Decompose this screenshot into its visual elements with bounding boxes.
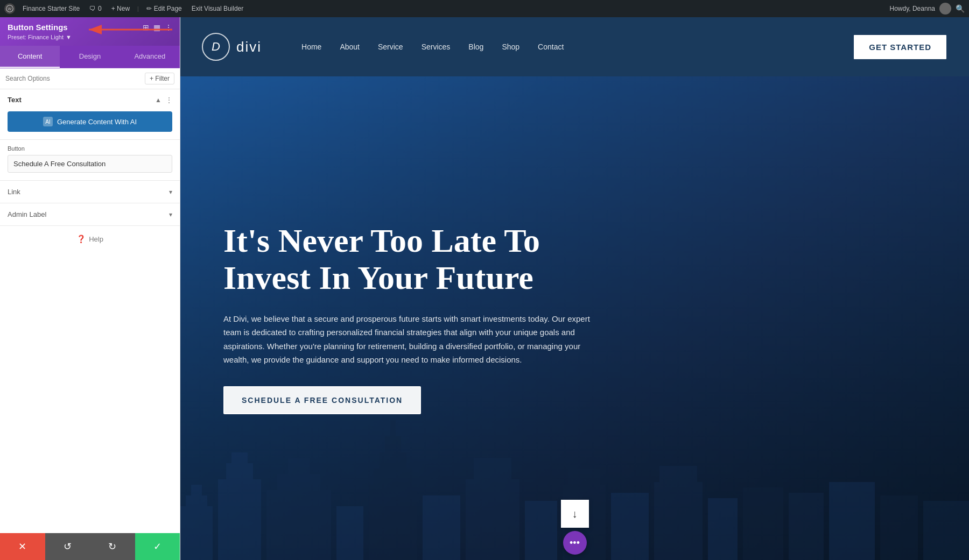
button-field-label: Button [8, 145, 172, 152]
site-name-link[interactable]: Finance Starter Site [20, 5, 82, 12]
separator: | [137, 6, 139, 12]
admin-search-icon[interactable]: 🔍 [956, 4, 965, 13]
panel-header: Button Settings ⊞ ▦ ⋮ Preset: Finance Li… [0, 17, 180, 46]
help-icon: ❓ [76, 235, 86, 243]
logo-name: divi [236, 39, 262, 55]
link-section-header[interactable]: Link ▾ [0, 181, 180, 203]
comments-link[interactable]: 🗨 0 [87, 5, 104, 12]
admin-label-section-title: Admin Label [8, 210, 46, 218]
main-content: D divi Home About Service Services Blog … [180, 17, 969, 560]
exit-builder-link[interactable]: Exit Visual Builder [189, 5, 246, 12]
scroll-down-area: ↓ [561, 500, 589, 528]
howdy-text: Howdy, Deanna [890, 5, 936, 12]
floating-dots-area: ••• [563, 531, 587, 555]
admin-label-chevron[interactable]: ▾ [169, 211, 172, 218]
edit-page-link[interactable]: ✏ Edit Page [144, 5, 184, 12]
site-nav: Home About Service Services Blog Shop Co… [294, 38, 853, 55]
save-button[interactable]: ✓ [135, 533, 180, 560]
floating-dots-button[interactable]: ••• [563, 531, 587, 555]
text-section-more-icon[interactable]: ⋮ [166, 96, 172, 104]
new-link[interactable]: + New [109, 5, 132, 12]
nav-blog[interactable]: Blog [461, 38, 491, 55]
hero-content: It's Never Too Late To Invest In Your Fu… [180, 76, 665, 560]
hero-cta-button[interactable]: SCHEDULE A FREE CONSULTATION [223, 386, 421, 414]
svg-rect-32 [880, 495, 918, 560]
panel-header-icons: ⊞ ▦ ⋮ [143, 23, 172, 32]
svg-rect-29 [743, 487, 783, 560]
admin-label-section-header[interactable]: Admin Label ▾ [0, 203, 180, 225]
text-section-header[interactable]: Text ▲ ⋮ [0, 89, 180, 110]
site-header: D divi Home About Service Services Blog … [180, 17, 969, 76]
search-bar: + Filter [0, 68, 180, 89]
settings-panel: Button Settings ⊞ ▦ ⋮ Preset: Finance Li… [0, 17, 180, 560]
grid-icon[interactable]: ▦ [153, 23, 160, 32]
svg-rect-27 [659, 466, 697, 482]
bottom-bar: ✕ ↺ ↻ ✓ [0, 533, 180, 560]
link-section: Link ▾ [0, 181, 180, 203]
search-input[interactable] [5, 75, 142, 82]
fullscreen-icon[interactable]: ⊞ [143, 23, 149, 32]
link-section-chevron[interactable]: ▾ [169, 188, 172, 196]
nav-about[interactable]: About [332, 38, 367, 55]
tab-advanced[interactable]: Advanced [120, 46, 180, 68]
generate-ai-button[interactable]: AI Generate Content With AI [8, 111, 172, 132]
admin-label-section: Admin Label ▾ [0, 203, 180, 226]
admin-bar: W Finance Starter Site 🗨 0 + New | ✏ Edi… [0, 0, 969, 17]
panel-content: Text ▲ ⋮ AI Generate Content With AI But… [0, 89, 180, 533]
svg-rect-31 [829, 482, 875, 560]
admin-bar-right: Howdy, Deanna 🔍 [890, 3, 965, 15]
cancel-button[interactable]: ✕ [0, 533, 45, 560]
nav-shop[interactable]: Shop [494, 38, 527, 55]
button-text-input[interactable] [8, 155, 172, 173]
redo-button[interactable]: ↻ [90, 533, 135, 560]
text-section: Text ▲ ⋮ AI Generate Content With AI [0, 89, 180, 140]
get-started-button[interactable]: GET STARTED [853, 34, 947, 60]
scroll-down-button[interactable]: ↓ [561, 500, 589, 528]
nav-contact[interactable]: Contact [530, 38, 571, 55]
svg-rect-33 [923, 501, 969, 560]
user-avatar[interactable] [939, 3, 951, 15]
nav-service[interactable]: Service [370, 38, 411, 55]
svg-rect-28 [708, 498, 738, 560]
svg-text:W: W [8, 7, 12, 11]
wordpress-logo[interactable]: W [4, 3, 15, 14]
more-icon[interactable]: ⋮ [165, 23, 172, 32]
button-input-area: Button [0, 140, 180, 180]
link-section-title: Link [8, 188, 20, 196]
tab-content[interactable]: Content [0, 46, 60, 68]
hero-section: It's Never Too Late To Invest In Your Fu… [180, 76, 969, 560]
hero-description: At Divi, we believe that a secure and pr… [223, 312, 600, 367]
button-section: Button [0, 140, 180, 181]
filter-button[interactable]: + Filter [145, 73, 174, 84]
site-logo: D divi [202, 33, 262, 61]
logo-circle: D [202, 33, 230, 61]
help-link[interactable]: Help [89, 235, 103, 243]
preset-label[interactable]: Preset: Finance Light ▼ [8, 34, 172, 40]
help-area: ❓ Help [0, 226, 180, 252]
ai-button-label: Generate Content With AI [57, 118, 137, 126]
panel-header-top: Button Settings ⊞ ▦ ⋮ [8, 23, 172, 32]
ai-icon: AI [43, 117, 53, 126]
admin-bar-left: W Finance Starter Site 🗨 0 + New | ✏ Edi… [4, 3, 883, 14]
main-layout: Button Settings ⊞ ▦ ⋮ Preset: Finance Li… [0, 17, 969, 560]
undo-button[interactable]: ↺ [45, 533, 90, 560]
text-section-collapse-icon[interactable]: ▲ [155, 96, 162, 104]
panel-title: Button Settings [8, 23, 68, 32]
svg-rect-30 [789, 493, 824, 560]
panel-tabs: Content Design Advanced [0, 46, 180, 68]
tab-design[interactable]: Design [60, 46, 120, 68]
nav-home[interactable]: Home [294, 38, 329, 55]
text-section-title: Text [8, 96, 22, 104]
text-section-controls: ▲ ⋮ [155, 96, 172, 104]
nav-services[interactable]: Services [414, 38, 458, 55]
hero-title: It's Never Too Late To Invest In Your Fu… [223, 222, 622, 295]
